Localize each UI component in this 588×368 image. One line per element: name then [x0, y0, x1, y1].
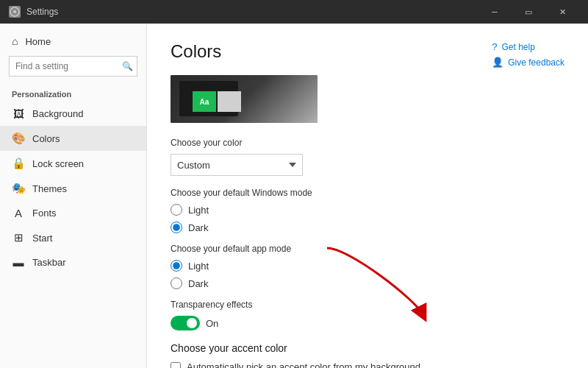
sidebar-item-label: Themes	[32, 183, 67, 194]
maximize-button[interactable]: ▭	[512, 0, 545, 24]
toggle-track	[171, 316, 200, 330]
sidebar-item-lock-screen[interactable]: 🔒 Lock screen	[0, 151, 146, 176]
windows-mode-group: Light Dark	[171, 204, 564, 233]
start-icon: ⊞	[12, 231, 25, 244]
windows-mode-dark[interactable]: Dark	[171, 222, 564, 233]
window-controls: ─ ▭ ✕	[478, 0, 579, 24]
settings-icon	[9, 6, 21, 18]
sidebar-item-label: Start	[32, 233, 52, 244]
help-icon: ?	[492, 41, 497, 52]
titlebar-title: Settings	[26, 7, 478, 17]
app-mode-light-radio[interactable]	[171, 260, 182, 272]
color-dropdown-wrap: Custom Light Dark	[171, 154, 564, 176]
preview-light-tile	[218, 91, 241, 112]
transparency-toggle-row: On	[171, 316, 564, 330]
sidebar-item-label: Colors	[32, 133, 60, 144]
windows-mode-label: Choose your default Windows mode	[171, 188, 564, 198]
get-help-label: Get help	[502, 42, 535, 52]
preview-window: Aa	[179, 81, 238, 116]
lock-icon: 🔒	[12, 157, 25, 170]
sidebar-item-home[interactable]: ⌂ Home	[0, 29, 146, 53]
sidebar-item-colors[interactable]: 🎨 Colors	[0, 126, 146, 151]
windows-mode-dark-label: Dark	[188, 222, 208, 233]
svg-point-1	[13, 10, 16, 13]
windows-mode-dark-radio[interactable]	[171, 222, 182, 233]
color-dropdown[interactable]: Custom Light Dark	[171, 154, 303, 176]
preview-green-tile: Aa	[193, 91, 216, 112]
preview-background: Aa	[171, 75, 318, 123]
titlebar: Settings ─ ▭ ✕	[0, 0, 588, 24]
sidebar-item-label: Background	[32, 108, 83, 119]
main-content: ? Get help 👤 Give feedback Colors Aa Cho…	[147, 24, 588, 368]
give-feedback-label: Give feedback	[508, 57, 564, 68]
sidebar-item-label: Taskbar	[32, 257, 66, 268]
app-body: ⌂ Home 🔍 Personalization 🖼 Background 🎨 …	[0, 24, 588, 368]
accent-title: Choose your accent color	[171, 342, 564, 354]
app-mode-label: Choose your default app mode	[171, 244, 564, 254]
app-mode-group: Light Dark	[171, 260, 564, 289]
app-mode-dark-label: Dark	[188, 278, 208, 289]
minimize-button[interactable]: ─	[478, 0, 512, 24]
get-help-link[interactable]: ? Get help	[492, 41, 564, 52]
sidebar-item-label: Lock screen	[32, 158, 84, 169]
sidebar: ⌂ Home 🔍 Personalization 🖼 Background 🎨 …	[0, 24, 147, 368]
background-icon: 🖼	[12, 107, 25, 120]
app-mode-light[interactable]: Light	[171, 260, 564, 272]
windows-mode-light-label: Light	[188, 205, 209, 216]
transparency-toggle-label: On	[206, 318, 218, 329]
windows-mode-light-radio[interactable]	[171, 204, 182, 216]
auto-accent-checkbox[interactable]	[171, 362, 181, 369]
home-icon: ⌂	[12, 35, 18, 47]
help-links: ? Get help 👤 Give feedback	[492, 41, 564, 72]
taskbar-icon: ▬	[12, 256, 25, 269]
themes-icon: 🎭	[12, 182, 25, 195]
feedback-icon: 👤	[492, 57, 503, 68]
transparency-toggle[interactable]	[171, 316, 200, 330]
sidebar-item-fonts[interactable]: A Fonts	[0, 201, 146, 225]
choose-color-label: Choose your color	[171, 138, 564, 148]
give-feedback-link[interactable]: 👤 Give feedback	[492, 57, 564, 68]
auto-accent-row: Automatically pick an accent color from …	[171, 361, 564, 368]
transparency-label: Transparency effects	[171, 300, 564, 310]
auto-accent-label: Automatically pick an accent color from …	[187, 361, 420, 368]
app-mode-light-label: Light	[188, 261, 209, 272]
toggle-thumb	[187, 318, 197, 328]
sidebar-item-background[interactable]: 🖼 Background	[0, 102, 146, 126]
search-box: 🔍	[9, 56, 137, 77]
close-button[interactable]: ✕	[545, 0, 579, 24]
sidebar-home-label: Home	[25, 36, 51, 47]
windows-mode-light[interactable]: Light	[171, 204, 564, 216]
search-input[interactable]	[9, 56, 137, 77]
app-mode-dark[interactable]: Dark	[171, 277, 564, 289]
sidebar-item-label: Fonts	[32, 208, 57, 219]
sidebar-section-title: Personalization	[0, 84, 146, 102]
app-mode-dark-radio[interactable]	[171, 277, 182, 289]
colors-icon: 🎨	[12, 132, 25, 145]
sidebar-item-themes[interactable]: 🎭 Themes	[0, 176, 146, 201]
search-icon: 🔍	[122, 61, 133, 71]
sidebar-item-start[interactable]: ⊞ Start	[0, 225, 146, 250]
theme-preview: Aa	[171, 75, 318, 123]
sidebar-item-taskbar[interactable]: ▬ Taskbar	[0, 250, 146, 275]
fonts-icon: A	[12, 207, 25, 219]
